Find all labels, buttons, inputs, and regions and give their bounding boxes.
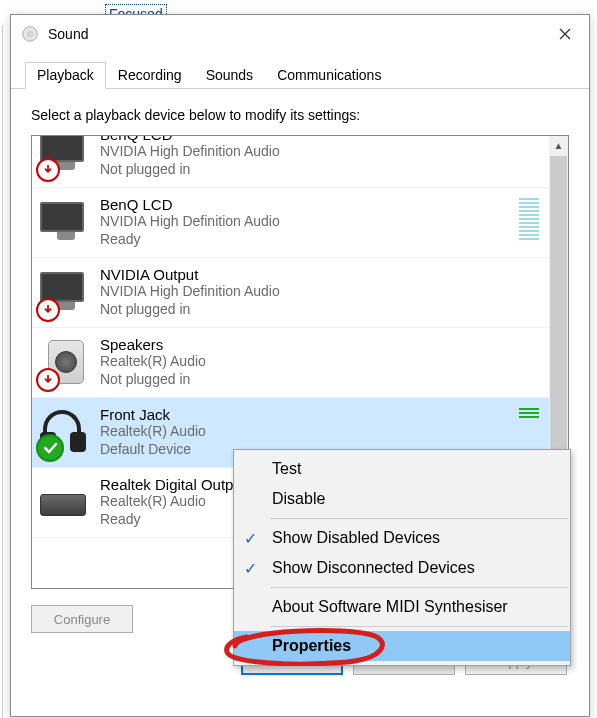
device-name: BenQ LCD [100,135,543,143]
menu-separator [270,518,568,519]
device-item[interactable]: BenQ LCD NVIDIA High Definition Audio No… [32,135,549,188]
menu-show-disabled[interactable]: ✓ Show Disabled Devices [234,523,570,553]
menu-test[interactable]: Test [234,454,570,484]
device-status: Not plugged in [100,301,543,319]
tab-recording[interactable]: Recording [106,62,194,89]
device-name: Front Jack [100,406,521,423]
context-menu[interactable]: Test Disable ✓ Show Disabled Devices ✓ S… [233,449,571,666]
device-text: NVIDIA Output NVIDIA High Definition Aud… [100,262,543,319]
monitor-icon [40,196,92,250]
device-driver: NVIDIA High Definition Audio [100,283,543,301]
device-driver: NVIDIA High Definition Audio [100,143,543,161]
menu-label: Show Disconnected Devices [272,559,475,577]
unplugged-badge-icon [36,298,60,322]
tab-strip: Playback Recording Sounds Communications [11,61,589,89]
monitor-icon [40,266,92,320]
menu-disable[interactable]: Disable [234,484,570,514]
menu-about-synth[interactable]: About Software MIDI Synthesiser [234,592,570,622]
unplugged-badge-icon [36,368,60,392]
device-name: Speakers [100,336,543,353]
device-driver: NVIDIA High Definition Audio [100,213,521,231]
device-item[interactable]: Speakers Realtek(R) Audio Not plugged in [32,328,549,398]
window-title: Sound [48,26,541,42]
check-icon: ✓ [244,529,257,548]
device-driver: Realtek(R) Audio [100,353,543,371]
level-meter [521,402,543,418]
device-status: Not plugged in [100,161,543,179]
close-button[interactable] [541,16,589,52]
scroll-up-icon[interactable]: ▲ [549,136,568,154]
speaker-icon [40,336,92,390]
svg-point-1 [26,30,33,37]
instruction-text: Select a playback device below to modify… [31,107,569,123]
unplugged-badge-icon [36,158,60,182]
sound-icon [21,25,39,43]
monitor-icon [40,135,92,180]
digital-output-icon [40,476,92,530]
device-driver: Realtek(R) Audio [100,423,521,441]
level-meter [521,192,543,240]
headphones-icon [40,406,92,460]
device-text: BenQ LCD NVIDIA High Definition Audio Re… [100,192,521,249]
tab-communications[interactable]: Communications [265,62,393,89]
device-status: Ready [100,231,521,249]
device-text: BenQ LCD NVIDIA High Definition Audio No… [100,135,543,179]
menu-separator [270,587,568,588]
menu-properties[interactable]: Properties [234,631,570,661]
device-item[interactable]: NVIDIA Output NVIDIA High Definition Aud… [32,258,549,328]
default-device-badge-icon [36,434,64,462]
menu-separator [270,626,568,627]
device-item[interactable]: BenQ LCD NVIDIA High Definition Audio Re… [32,188,549,258]
device-text: Speakers Realtek(R) Audio Not plugged in [100,332,543,389]
tab-sounds[interactable]: Sounds [194,62,265,89]
background-window-edge [2,25,3,718]
configure-button: Configure [31,605,133,633]
check-icon: ✓ [244,559,257,578]
menu-show-disconnected[interactable]: ✓ Show Disconnected Devices [234,553,570,583]
title-bar: Sound [11,15,589,53]
tab-playback[interactable]: Playback [25,62,106,89]
device-name: BenQ LCD [100,196,521,213]
device-status: Not plugged in [100,371,543,389]
menu-label: Show Disabled Devices [272,529,440,547]
device-name: NVIDIA Output [100,266,543,283]
